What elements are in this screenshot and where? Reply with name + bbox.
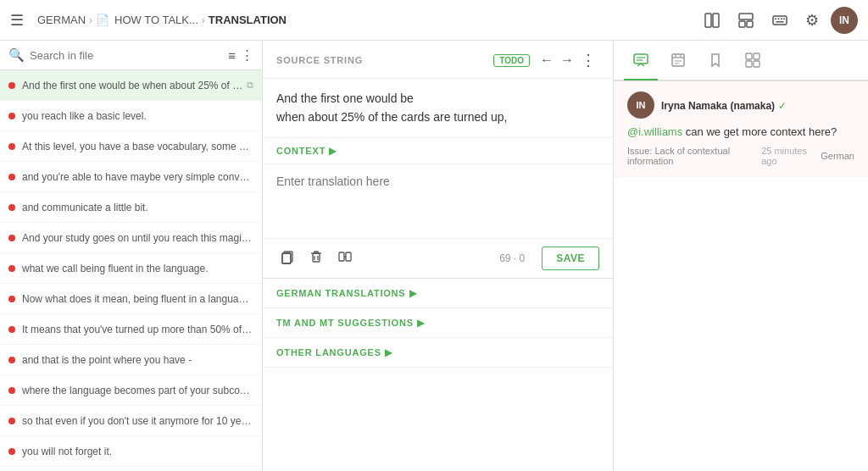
status-dot <box>8 204 15 211</box>
string-text: you will not forget it. <box>22 446 253 457</box>
list-item[interactable]: and that is the point where you have - <box>0 345 262 375</box>
list-item[interactable]: what we call being fluent in the languag… <box>0 253 262 284</box>
search-icon: 🔍 <box>8 47 25 63</box>
status-dot <box>8 265 15 272</box>
save-button[interactable]: SAVE <box>542 247 599 270</box>
more-options-icon[interactable]: ⋮ <box>241 47 253 63</box>
comment-mention: @i.williams <box>627 125 682 138</box>
german-translations-arrow: ▶ <box>409 287 417 299</box>
svg-rect-29 <box>746 53 752 59</box>
svg-rect-0 <box>705 14 711 27</box>
svg-rect-6 <box>775 18 776 19</box>
list-item[interactable]: You can get back into it within a very, … <box>0 467 262 471</box>
svg-rect-18 <box>346 252 351 261</box>
menu-icon[interactable]: ☰ <box>10 11 24 30</box>
breadcrumb-file[interactable]: HOW TO TALK... <box>114 14 198 26</box>
comment-user-info: Iryna Namaka (namaka) ✓ <box>661 99 787 112</box>
status-dot <box>8 418 15 424</box>
status-dot <box>8 387 15 394</box>
svg-rect-30 <box>754 53 760 59</box>
comment-header: IN Iryna Namaka (namaka) ✓ <box>627 91 854 119</box>
comment-username-display: Iryna Namaka (namaka) <box>661 100 775 112</box>
layout1-icon[interactable] <box>698 7 726 34</box>
breadcrumb-translation[interactable]: TRANSLATION <box>209 14 287 26</box>
list-item[interactable]: so that even if you don't use it anymore… <box>0 406 262 436</box>
string-text: At this level, you have a base vocabular… <box>22 141 253 152</box>
tm-mt-section[interactable]: TM AND MT SUGGESTIONS ▶ <box>263 308 613 338</box>
tab-grid[interactable] <box>736 42 770 80</box>
search-bar: 🔍 ≡ ⋮ <box>0 41 262 70</box>
right-panel-tabs <box>614 41 868 81</box>
translation-toolbar: 69 · 0 SAVE <box>263 239 613 279</box>
svg-rect-1 <box>713 14 719 27</box>
svg-rect-8 <box>781 18 782 19</box>
tab-bookmarks[interactable] <box>698 42 732 80</box>
delete-button[interactable] <box>305 246 327 271</box>
user-avatar[interactable]: IN <box>831 7 858 34</box>
context-arrow-icon: ▶ <box>329 145 337 157</box>
list-item[interactable]: and communicate a little bit. <box>0 192 262 223</box>
source-string-label: SOURCE STRING <box>276 55 493 65</box>
keyboard-icon[interactable] <box>766 7 793 34</box>
right-panel: IN Iryna Namaka (namaka) ✓ @i.williams c… <box>614 41 868 471</box>
split-button[interactable] <box>334 246 356 271</box>
status-dot <box>8 82 15 89</box>
svg-rect-9 <box>783 18 785 19</box>
svg-rect-12 <box>282 253 291 263</box>
breadcrumb: GERMAN › 📄 HOW TO TALK... › TRANSLATION <box>37 14 698 26</box>
prev-string-button[interactable]: ← <box>537 51 557 69</box>
comment-time: 25 minutes ago <box>761 146 815 166</box>
list-item[interactable]: And your study goes on until you reach t… <box>0 223 262 253</box>
context-label: CONTEXT <box>276 146 326 156</box>
svg-rect-5 <box>773 16 787 25</box>
status-dot <box>8 448 15 455</box>
comment-item: IN Iryna Namaka (namaka) ✓ @i.williams c… <box>614 81 868 177</box>
string-text: It means that you've turned up more than… <box>22 324 253 335</box>
copy-icon[interactable]: ⧉ <box>247 80 253 91</box>
copy-source-button[interactable] <box>276 246 298 271</box>
string-text: you reach like a basic level. <box>22 110 253 122</box>
main-content: 🔍 ≡ ⋮ And the first one would be when ab… <box>0 41 868 471</box>
tab-comments[interactable] <box>624 42 658 80</box>
list-item[interactable]: At this level, you have a base vocabular… <box>0 131 262 162</box>
next-string-button[interactable]: → <box>557 51 577 69</box>
left-panel: 🔍 ≡ ⋮ And the first one would be when ab… <box>0 41 263 471</box>
string-text: what we call being fluent in the languag… <box>22 263 253 274</box>
svg-rect-32 <box>754 61 760 67</box>
breadcrumb-german[interactable]: GERMAN <box>37 14 86 26</box>
tab-history[interactable] <box>661 42 695 80</box>
translation-input[interactable] <box>276 175 599 225</box>
list-item[interactable]: Now what does it mean, being fluent in a… <box>0 284 262 314</box>
search-input[interactable] <box>30 49 223 62</box>
german-translations-section[interactable]: GERMAN TRANSLATIONS ▶ <box>263 279 613 308</box>
nav-actions: ⚙ IN <box>698 6 858 35</box>
status-dot <box>8 113 15 119</box>
todo-badge: TODO <box>493 54 530 67</box>
source-menu-button[interactable]: ⋮ <box>577 49 599 71</box>
svg-rect-4 <box>747 21 753 27</box>
tm-mt-arrow: ▶ <box>417 317 425 329</box>
list-item[interactable]: where the language becomes part of your … <box>0 375 262 406</box>
settings-icon[interactable]: ⚙ <box>800 6 824 35</box>
list-item[interactable]: And the first one would be when about 25… <box>0 70 262 101</box>
comment-text: @i.williams can we get more context here… <box>627 124 854 141</box>
svg-rect-7 <box>778 18 780 19</box>
svg-rect-20 <box>634 54 648 64</box>
other-languages-label: OTHER LANGUAGES <box>276 347 381 357</box>
string-text: Now what does it mean, being fluent in a… <box>22 293 253 305</box>
context-link[interactable]: CONTEXT ▶ <box>263 138 613 164</box>
layout2-icon[interactable] <box>732 7 760 34</box>
list-item[interactable]: you will not forget it. <box>0 436 262 467</box>
list-item[interactable]: It means that you've turned up more than… <box>0 314 262 345</box>
other-languages-section[interactable]: OTHER LANGUAGES ▶ <box>263 338 613 368</box>
list-item[interactable]: you reach like a basic level. <box>0 101 262 131</box>
svg-rect-14 <box>313 253 320 262</box>
status-dot <box>8 296 15 302</box>
source-text: And the first one would be when about 25… <box>276 89 599 127</box>
top-navigation: ☰ GERMAN › 📄 HOW TO TALK... › TRANSLATIO… <box>0 0 868 41</box>
commenter-avatar: IN <box>627 91 654 119</box>
status-dot <box>8 174 15 180</box>
list-item[interactable]: and you're able to have maybe very simpl… <box>0 162 262 192</box>
filter-icon[interactable]: ≡ <box>228 48 236 63</box>
string-text: And your study goes on until you reach t… <box>22 232 253 244</box>
